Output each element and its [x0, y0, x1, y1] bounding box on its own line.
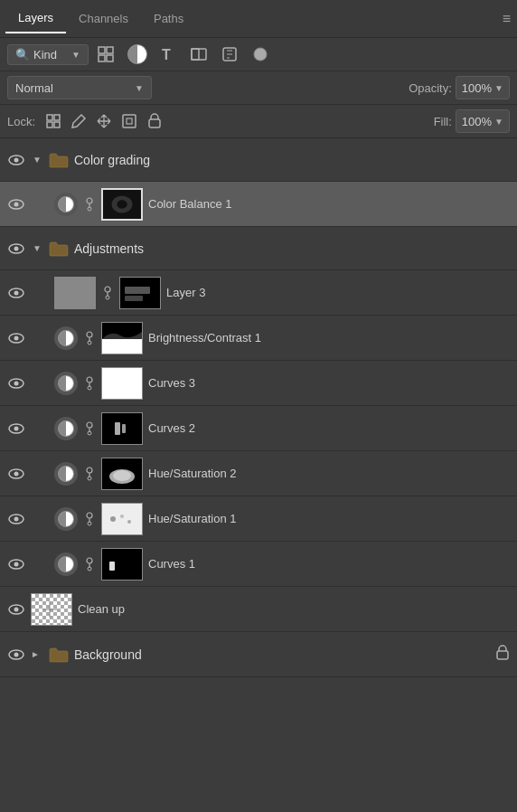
collapse-icon[interactable]: ►	[31, 649, 43, 659]
folder-icon	[49, 152, 69, 168]
lock-transform-icon[interactable]	[118, 110, 140, 132]
svg-point-52	[87, 422, 92, 428]
layer-row[interactable]: Curves 1	[0, 542, 517, 587]
layer-thumbnail	[101, 188, 143, 221]
visibility-icon[interactable]	[7, 646, 25, 664]
layer-thumbnail	[101, 367, 143, 400]
layer-row[interactable]: ► Background	[0, 632, 517, 677]
svg-point-67	[14, 516, 19, 521]
chain-link-icon	[83, 421, 96, 436]
visibility-icon[interactable]	[7, 510, 25, 528]
fill-input[interactable]: 100% ▼	[456, 109, 510, 133]
layer-name: Color Balance 1	[148, 197, 232, 211]
lock-all-icon[interactable]	[144, 110, 165, 132]
svg-point-76	[14, 562, 19, 566]
layer-row[interactable]: ▼ Adjustments	[0, 227, 517, 270]
visibility-icon[interactable]	[7, 420, 25, 438]
lock-brush-icon[interactable]	[68, 110, 89, 132]
svg-point-74	[127, 520, 131, 524]
half-circle-adj-icon	[58, 330, 74, 346]
svg-rect-9	[47, 115, 52, 120]
blend-mode-dropdown[interactable]: Normal ▼	[7, 76, 152, 99]
collapse-icon[interactable]: ▼	[31, 155, 43, 165]
svg-point-38	[14, 335, 19, 340]
svg-rect-89	[497, 651, 508, 659]
type-filter-icon[interactable]: T	[155, 42, 181, 66]
lock-row: Lock: Fill: 10	[0, 105, 517, 138]
half-circle-adj-icon	[58, 511, 74, 527]
visibility-icon[interactable]	[7, 240, 25, 258]
adjustment-type-icon	[54, 552, 78, 576]
layer-row[interactable]: Hue/Saturation 1	[0, 496, 517, 542]
blend-mode-label: Normal	[15, 81, 135, 95]
tab-layers[interactable]: Layers	[5, 4, 66, 33]
svg-point-60	[87, 467, 92, 473]
lock-move-icon[interactable]	[93, 110, 115, 132]
layers-panel: Layers Channels Paths ≡ 🔍 Kind ▼ T	[0, 0, 517, 812]
visibility-icon[interactable]	[7, 600, 25, 618]
svg-rect-36	[125, 296, 143, 301]
lock-pixels-icon[interactable]	[42, 110, 64, 132]
shape-filter-icon[interactable]	[186, 42, 212, 66]
layer-name: Curves 1	[148, 557, 195, 571]
pixel-filter-icon[interactable]	[94, 42, 119, 66]
blend-opacity-row: Normal ▼ Opacity: 100% ▼	[0, 71, 517, 105]
svg-rect-14	[127, 118, 132, 124]
svg-point-29	[14, 290, 19, 295]
visibility-icon[interactable]	[7, 151, 25, 169]
adjustment-filter-icon[interactable]	[125, 42, 150, 66]
kind-filter-dropdown[interactable]: 🔍 Kind ▼	[7, 44, 89, 65]
half-circle-adj-icon	[58, 466, 74, 482]
fill-value-text: 100%	[462, 115, 492, 128]
lock-icon[interactable]	[495, 645, 510, 664]
panel-menu-icon[interactable]: ≡	[503, 11, 512, 27]
tab-channels[interactable]: Channels	[66, 5, 141, 33]
svg-rect-15	[149, 119, 160, 127]
svg-rect-2	[99, 55, 105, 61]
layer-row[interactable]: Layer 3	[0, 270, 517, 316]
layer-row[interactable]: Color Balance 1	[0, 182, 517, 227]
search-icon: 🔍	[15, 48, 30, 61]
blend-mode-arrow-icon: ▼	[135, 83, 144, 93]
adjustment-type-icon	[54, 193, 78, 216]
layer-row[interactable]: Hue/Saturation 2	[0, 451, 517, 496]
layer-thumbnail	[31, 593, 72, 626]
layer-thumbnail	[101, 322, 143, 354]
svg-rect-30	[55, 278, 95, 308]
layer-row[interactable]: Brightness/Contrast 1	[0, 316, 517, 361]
svg-point-77	[87, 558, 92, 563]
chain-link-icon	[83, 197, 96, 212]
visibility-icon[interactable]	[7, 195, 25, 213]
svg-rect-1	[107, 47, 113, 53]
visibility-icon[interactable]	[7, 329, 25, 347]
svg-point-8	[254, 48, 267, 61]
visibility-icon[interactable]	[7, 374, 25, 392]
collapse-icon[interactable]: ▼	[31, 243, 43, 253]
svg-point-88	[14, 652, 19, 656]
visibility-icon[interactable]	[7, 465, 25, 483]
layer-name: Clean up	[78, 602, 125, 616]
layer-name: Color grading	[74, 153, 150, 167]
svg-point-65	[113, 470, 131, 481]
fill-label: Fill:	[434, 115, 452, 128]
chain-link-icon	[101, 286, 114, 300]
layer-mask-thumbnail	[119, 277, 161, 309]
kind-label: Kind	[33, 48, 57, 61]
svg-point-17	[14, 157, 19, 162]
layer-row[interactable]: Curves 3	[0, 361, 517, 406]
opacity-input[interactable]: 100% ▼	[456, 76, 510, 99]
layer-row[interactable]: Curves 2	[0, 406, 517, 451]
svg-rect-10	[54, 115, 60, 120]
layer-row[interactable]: ▼ Color grading	[0, 138, 517, 182]
visibility-icon[interactable]	[7, 555, 25, 573]
folder-icon	[49, 647, 69, 663]
svg-point-19	[14, 202, 19, 206]
svg-rect-80	[102, 549, 142, 580]
tab-paths[interactable]: Paths	[141, 5, 196, 33]
filter-toggle-icon[interactable]	[248, 42, 273, 66]
visibility-icon[interactable]	[7, 284, 25, 302]
svg-rect-13	[123, 115, 136, 127]
layer-row[interactable]: Clean up	[0, 587, 517, 632]
svg-point-31	[105, 287, 110, 292]
smart-filter-icon[interactable]	[217, 42, 242, 66]
